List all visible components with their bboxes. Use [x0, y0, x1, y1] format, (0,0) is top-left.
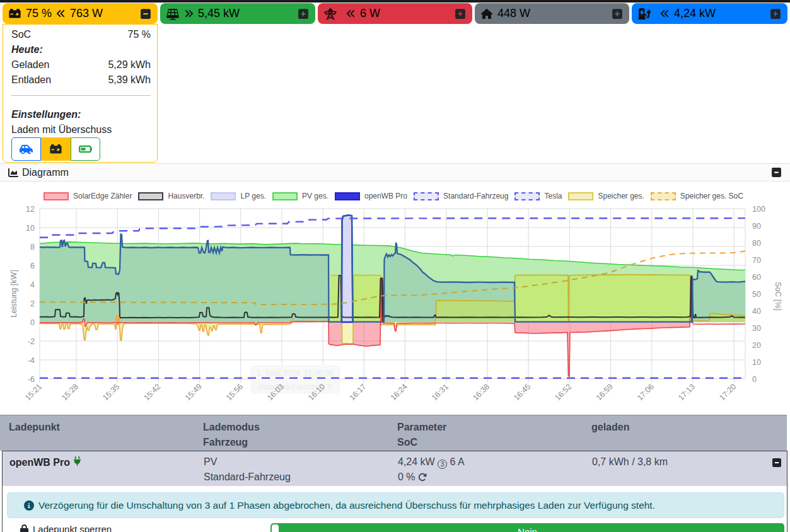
svg-text:20: 20 — [752, 341, 761, 350]
svg-text:8: 8 — [30, 243, 35, 252]
svg-text:70: 70 — [752, 256, 761, 265]
svg-text:16:45: 16:45 — [512, 382, 532, 402]
svg-text:17:13: 17:13 — [677, 382, 697, 402]
svg-text:15:42: 15:42 — [142, 382, 163, 402]
svg-text:12: 12 — [26, 205, 35, 214]
svg-text:15:21: 15:21 — [23, 382, 44, 402]
svg-text:16:38: 16:38 — [471, 382, 491, 402]
svg-text:16:31: 16:31 — [430, 382, 450, 402]
svg-text:15:49: 15:49 — [183, 382, 204, 402]
svg-text:0: 0 — [30, 318, 35, 327]
svg-text:Leistung [kW]: Leistung [kW] — [9, 270, 18, 318]
svg-text:15:35: 15:35 — [101, 382, 121, 402]
svg-text:40: 40 — [752, 307, 761, 316]
svg-text:-6: -6 — [28, 375, 35, 384]
svg-text:16:17: 16:17 — [348, 382, 368, 402]
svg-text:15:28: 15:28 — [60, 382, 80, 402]
svg-text:10: 10 — [26, 224, 35, 233]
svg-text:4: 4 — [30, 280, 35, 289]
svg-text:6: 6 — [30, 262, 35, 270]
svg-text:-2: -2 — [28, 337, 35, 346]
svg-text:16:24: 16:24 — [389, 382, 409, 402]
svg-text:90: 90 — [752, 222, 761, 231]
svg-text:15:56: 15:56 — [224, 382, 245, 402]
svg-text:60: 60 — [752, 273, 761, 282]
svg-text:80: 80 — [752, 239, 761, 248]
svg-text:17:20: 17:20 — [717, 382, 738, 402]
svg-text:0: 0 — [752, 375, 757, 384]
svg-text:10: 10 — [752, 358, 761, 367]
svg-text:17:06: 17:06 — [636, 382, 656, 402]
svg-text:100: 100 — [752, 205, 765, 214]
svg-text:2: 2 — [30, 299, 35, 308]
svg-text:16:59: 16:59 — [595, 382, 615, 402]
svg-text:30: 30 — [752, 324, 761, 333]
svg-text:16:52: 16:52 — [554, 382, 574, 402]
svg-text:50: 50 — [752, 290, 761, 299]
svg-text:1. Sept 2024, 15:06:09: 1. Sept 2024, 15:06:09 — [257, 369, 334, 378]
svg-text:SoC [%]: SoC [%] — [774, 282, 782, 311]
svg-text:-4: -4 — [28, 356, 35, 365]
